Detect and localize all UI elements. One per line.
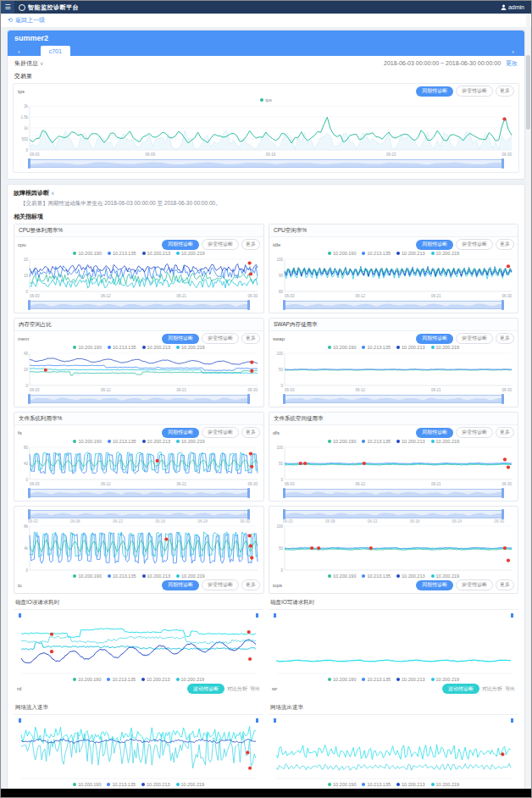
datazoom-slider[interactable] <box>28 489 250 497</box>
periodic-diagnosis-button[interactable]: 周期性诊断 <box>162 240 199 250</box>
user-menu[interactable]: admin <box>501 4 524 10</box>
mutation-diagnosis-button[interactable]: 突变性诊断 <box>456 333 493 344</box>
periodic-diagnosis-button[interactable]: 周期性诊断 <box>162 428 199 438</box>
svg-text:500: 500 <box>21 137 28 141</box>
tab-prev-icon[interactable]: ‹ <box>14 48 24 56</box>
svg-text:06-09: 06-09 <box>145 152 155 157</box>
host-legend[interactable]: 10.200.19010.213.13510.200.21310.200.219 <box>273 345 514 350</box>
zoom-handle-icon[interactable] <box>256 718 258 723</box>
periodic-diagnosis-button[interactable]: 周期性诊断 <box>162 580 199 590</box>
export-button[interactable]: 导出 <box>505 685 515 693</box>
filesystem-chart[interactable]: 8040006-0306-1206-2106-30 <box>18 445 260 487</box>
swap-chart[interactable]: 10050006-0306-1206-2106-30 <box>273 351 514 393</box>
zoom-handle-icon[interactable] <box>274 718 276 723</box>
svg-text:06-12: 06-12 <box>101 388 111 392</box>
tps-chart[interactable]: 2k1.5k1k500006-0306-0906-1606-2306-30 <box>18 103 514 158</box>
datazoom-slider[interactable] <box>28 510 250 518</box>
datazoom-slider[interactable] <box>28 395 250 403</box>
net-in-chart[interactable] <box>19 718 258 781</box>
more-button[interactable]: 更多 <box>496 427 514 438</box>
block-title: 网络流出速率 <box>269 702 518 715</box>
datazoom-slider[interactable] <box>28 301 250 309</box>
mutation-diagnosis-button[interactable]: 突变性诊断 <box>202 333 239 344</box>
mutation-diagnosis-button[interactable]: 突变性诊断 <box>202 427 239 438</box>
volatility-diagnosis-button[interactable]: 波动性诊断 <box>187 684 224 694</box>
menu-icon[interactable]: ☰ <box>1 1 14 14</box>
host-legend[interactable]: 10.200.19010.213.13510.200.21310.200.219 <box>273 574 514 579</box>
cpu-idle-chart[interactable]: 100908006-0306-1206-2106-30 <box>273 257 514 299</box>
export-button[interactable]: 导出 <box>250 685 260 693</box>
periodic-diagnosis-button[interactable]: 周期性诊断 <box>416 334 453 344</box>
memory-chart[interactable]: 4020006-0306-1206-2106-30 <box>18 351 260 393</box>
host-legend[interactable]: 10.200.19010.213.13510.200.21310.200.219 <box>18 574 260 579</box>
datazoom-slider[interactable] <box>283 510 504 518</box>
datazoom-slider[interactable] <box>283 301 504 309</box>
legend-dot-icon <box>176 574 180 578</box>
host-legend[interactable]: 10.200.19010.213.13510.200.21310.200.219 <box>18 345 260 350</box>
net-out-chart[interactable] <box>274 718 513 781</box>
more-button[interactable]: 更多 <box>241 427 260 438</box>
more-button[interactable]: 更多 <box>496 333 514 344</box>
zoom-handle-icon[interactable] <box>511 718 513 723</box>
tab-c701[interactable]: c701 <box>41 46 70 56</box>
legend-dot-icon <box>362 346 365 349</box>
more-button[interactable]: 更多 <box>496 579 514 590</box>
mutation-diagnosis-button[interactable]: 突变性诊断 <box>202 579 239 590</box>
card-sub-label: dfs <box>273 430 280 435</box>
datazoom-slider[interactable] <box>283 489 504 497</box>
disk-read-chart[interactable] <box>19 613 258 676</box>
collapse-icon[interactable]: ∧ <box>51 191 54 196</box>
more-button[interactable]: 更多 <box>241 239 260 250</box>
periodic-diagnosis-button[interactable]: 周期性诊断 <box>416 240 453 250</box>
more-button[interactable]: 更多 <box>241 333 260 344</box>
host-legend[interactable]: 10.200.19010.213.13510.200.21310.200.219 <box>18 439 260 444</box>
more-button[interactable]: 更多 <box>496 86 514 97</box>
compare-button[interactable]: 对比分析 <box>227 685 247 693</box>
mutation-diagnosis-button[interactable]: 突变性诊断 <box>456 239 493 250</box>
mutation-diagnosis-button[interactable]: 突变性诊断 <box>456 86 493 97</box>
host-legend[interactable]: 10.200.19010.213.13510.200.21310.200.219 <box>14 677 263 682</box>
tab-next-icon[interactable]: › <box>508 48 518 56</box>
zoom-handle-icon[interactable] <box>19 718 21 723</box>
host-legend[interactable]: 10.200.19010.213.13510.200.21310.200.219 <box>18 251 260 256</box>
host-legend[interactable]: 10.200.19010.213.13510.200.21310.200.219 <box>269 782 518 787</box>
cpu-chart[interactable]: 2010006-0306-1206-2106-30 <box>18 257 260 299</box>
back-link[interactable]: 返回上一级 <box>15 16 45 25</box>
tps-legend[interactable]: tps <box>18 97 514 103</box>
more-button[interactable]: 更多 <box>496 239 514 250</box>
change-range-link[interactable]: 更改 <box>506 60 518 66</box>
legend-label: 10.213.135 <box>112 782 136 787</box>
legend-dot-icon <box>328 346 331 349</box>
svg-text:0: 0 <box>280 384 283 388</box>
mutation-diagnosis-button[interactable]: 突变性诊断 <box>456 579 493 590</box>
zoom-handle-icon[interactable] <box>256 613 258 618</box>
compare-button[interactable]: 对比分析 <box>482 685 502 693</box>
datazoom-slider[interactable] <box>28 159 504 168</box>
more-button[interactable]: 更多 <box>241 579 260 590</box>
cluster-info-toggle[interactable]: 集群信息 ∨ <box>14 59 43 68</box>
disk-write-chart[interactable] <box>274 613 513 676</box>
fs-space-chart[interactable]: 10050006-0306-1206-2106-30 <box>273 445 514 487</box>
io-chart[interactable]: 8k4k0 <box>18 524 260 573</box>
host-legend[interactable]: 10.200.19010.213.13510.200.21310.200.219 <box>269 677 518 682</box>
svg-text:06-30: 06-30 <box>502 482 512 486</box>
periodic-diagnosis-button[interactable]: 周期性诊断 <box>162 334 199 344</box>
host-legend[interactable]: 10.200.19010.213.13510.200.21310.200.219 <box>273 251 514 256</box>
scrollbar-track[interactable] <box>526 14 530 788</box>
iops-chart[interactable]: 100500 <box>273 524 514 573</box>
zoom-handle-icon[interactable] <box>19 613 21 618</box>
datazoom-slider[interactable] <box>283 395 504 403</box>
volatility-diagnosis-button[interactable]: 波动性诊断 <box>442 684 479 694</box>
host-legend[interactable]: 10.200.19010.213.13510.200.21310.200.219 <box>273 439 514 444</box>
mutation-diagnosis-button[interactable]: 突变性诊断 <box>456 427 493 438</box>
periodic-diagnosis-button[interactable]: 周期性诊断 <box>416 86 453 97</box>
zoom-handle-icon[interactable] <box>274 613 276 618</box>
scrollbar-thumb[interactable] <box>526 55 530 130</box>
periodic-diagnosis-button[interactable]: 周期性诊断 <box>416 580 453 590</box>
periodic-diagnosis-button[interactable]: 周期性诊断 <box>416 428 453 438</box>
mutation-diagnosis-button[interactable]: 突变性诊断 <box>202 239 239 250</box>
legend-label: 10.200.213 <box>147 782 170 787</box>
zoom-handle-icon[interactable] <box>511 613 513 618</box>
host-legend[interactable]: 10.200.19010.213.13510.200.21310.200.219 <box>14 782 263 787</box>
svg-text:1k: 1k <box>24 126 29 130</box>
